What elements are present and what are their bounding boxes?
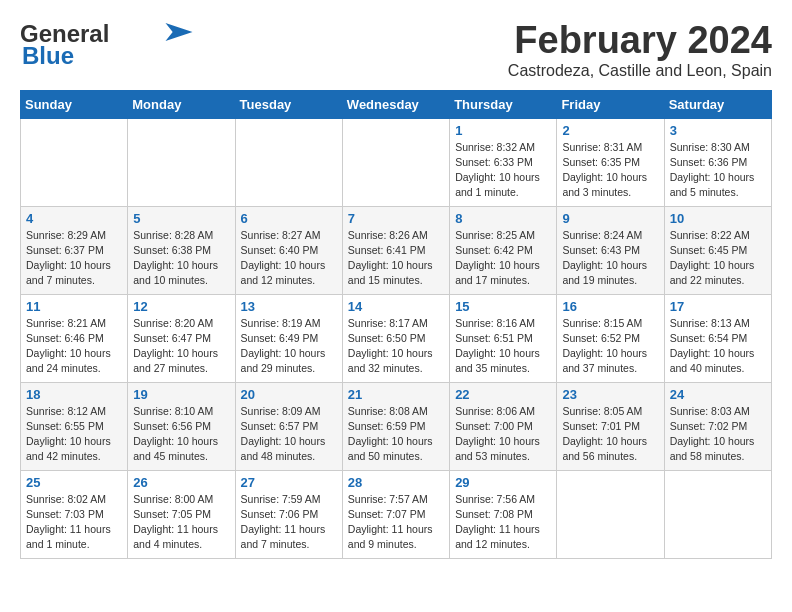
day-number: 23 <box>562 387 658 402</box>
day-info: Sunrise: 8:05 AM Sunset: 7:01 PM Dayligh… <box>562 404 658 465</box>
day-number: 1 <box>455 123 551 138</box>
day-info: Sunrise: 8:00 AM Sunset: 7:05 PM Dayligh… <box>133 492 229 553</box>
calendar-cell <box>664 470 771 558</box>
calendar-header-row: Sunday Monday Tuesday Wednesday Thursday… <box>21 90 772 118</box>
day-number: 28 <box>348 475 444 490</box>
day-info: Sunrise: 8:03 AM Sunset: 7:02 PM Dayligh… <box>670 404 766 465</box>
col-monday: Monday <box>128 90 235 118</box>
day-number: 20 <box>241 387 337 402</box>
calendar-cell: 13Sunrise: 8:19 AM Sunset: 6:49 PM Dayli… <box>235 294 342 382</box>
day-info: Sunrise: 8:15 AM Sunset: 6:52 PM Dayligh… <box>562 316 658 377</box>
calendar-cell <box>235 118 342 206</box>
day-info: Sunrise: 7:59 AM Sunset: 7:06 PM Dayligh… <box>241 492 337 553</box>
day-info: Sunrise: 8:32 AM Sunset: 6:33 PM Dayligh… <box>455 140 551 201</box>
day-info: Sunrise: 7:56 AM Sunset: 7:08 PM Dayligh… <box>455 492 551 553</box>
svg-marker-0 <box>166 23 193 41</box>
calendar-cell: 8Sunrise: 8:25 AM Sunset: 6:42 PM Daylig… <box>450 206 557 294</box>
day-info: Sunrise: 8:30 AM Sunset: 6:36 PM Dayligh… <box>670 140 766 201</box>
calendar-cell: 27Sunrise: 7:59 AM Sunset: 7:06 PM Dayli… <box>235 470 342 558</box>
day-info: Sunrise: 8:29 AM Sunset: 6:37 PM Dayligh… <box>26 228 122 289</box>
calendar-cell: 12Sunrise: 8:20 AM Sunset: 6:47 PM Dayli… <box>128 294 235 382</box>
calendar-cell: 7Sunrise: 8:26 AM Sunset: 6:41 PM Daylig… <box>342 206 449 294</box>
calendar-cell: 21Sunrise: 8:08 AM Sunset: 6:59 PM Dayli… <box>342 382 449 470</box>
day-number: 5 <box>133 211 229 226</box>
calendar-cell: 25Sunrise: 8:02 AM Sunset: 7:03 PM Dayli… <box>21 470 128 558</box>
calendar-cell: 10Sunrise: 8:22 AM Sunset: 6:45 PM Dayli… <box>664 206 771 294</box>
day-number: 27 <box>241 475 337 490</box>
calendar-table: Sunday Monday Tuesday Wednesday Thursday… <box>20 90 772 559</box>
day-info: Sunrise: 8:12 AM Sunset: 6:55 PM Dayligh… <box>26 404 122 465</box>
day-number: 10 <box>670 211 766 226</box>
day-number: 3 <box>670 123 766 138</box>
calendar-cell: 11Sunrise: 8:21 AM Sunset: 6:46 PM Dayli… <box>21 294 128 382</box>
day-number: 7 <box>348 211 444 226</box>
day-number: 2 <box>562 123 658 138</box>
day-number: 22 <box>455 387 551 402</box>
day-info: Sunrise: 8:10 AM Sunset: 6:56 PM Dayligh… <box>133 404 229 465</box>
day-number: 16 <box>562 299 658 314</box>
day-number: 15 <box>455 299 551 314</box>
day-info: Sunrise: 8:19 AM Sunset: 6:49 PM Dayligh… <box>241 316 337 377</box>
day-number: 24 <box>670 387 766 402</box>
col-tuesday: Tuesday <box>235 90 342 118</box>
calendar-cell <box>128 118 235 206</box>
day-number: 6 <box>241 211 337 226</box>
calendar-cell: 19Sunrise: 8:10 AM Sunset: 6:56 PM Dayli… <box>128 382 235 470</box>
week-row-5: 25Sunrise: 8:02 AM Sunset: 7:03 PM Dayli… <box>21 470 772 558</box>
day-info: Sunrise: 8:13 AM Sunset: 6:54 PM Dayligh… <box>670 316 766 377</box>
day-info: Sunrise: 8:25 AM Sunset: 6:42 PM Dayligh… <box>455 228 551 289</box>
calendar-cell: 26Sunrise: 8:00 AM Sunset: 7:05 PM Dayli… <box>128 470 235 558</box>
calendar-cell: 18Sunrise: 8:12 AM Sunset: 6:55 PM Dayli… <box>21 382 128 470</box>
logo-blue: Blue <box>20 42 74 70</box>
day-info: Sunrise: 8:24 AM Sunset: 6:43 PM Dayligh… <box>562 228 658 289</box>
col-saturday: Saturday <box>664 90 771 118</box>
calendar-cell: 20Sunrise: 8:09 AM Sunset: 6:57 PM Dayli… <box>235 382 342 470</box>
day-info: Sunrise: 8:06 AM Sunset: 7:00 PM Dayligh… <box>455 404 551 465</box>
calendar-cell: 5Sunrise: 8:28 AM Sunset: 6:38 PM Daylig… <box>128 206 235 294</box>
week-row-4: 18Sunrise: 8:12 AM Sunset: 6:55 PM Dayli… <box>21 382 772 470</box>
calendar-cell: 29Sunrise: 7:56 AM Sunset: 7:08 PM Dayli… <box>450 470 557 558</box>
calendar-cell: 22Sunrise: 8:06 AM Sunset: 7:00 PM Dayli… <box>450 382 557 470</box>
day-number: 4 <box>26 211 122 226</box>
day-number: 26 <box>133 475 229 490</box>
week-row-2: 4Sunrise: 8:29 AM Sunset: 6:37 PM Daylig… <box>21 206 772 294</box>
calendar-cell: 14Sunrise: 8:17 AM Sunset: 6:50 PM Dayli… <box>342 294 449 382</box>
day-info: Sunrise: 8:02 AM Sunset: 7:03 PM Dayligh… <box>26 492 122 553</box>
location-subtitle: Castrodeza, Castille and Leon, Spain <box>508 62 772 80</box>
calendar-cell: 6Sunrise: 8:27 AM Sunset: 6:40 PM Daylig… <box>235 206 342 294</box>
day-number: 8 <box>455 211 551 226</box>
day-info: Sunrise: 8:31 AM Sunset: 6:35 PM Dayligh… <box>562 140 658 201</box>
day-number: 25 <box>26 475 122 490</box>
calendar-cell: 23Sunrise: 8:05 AM Sunset: 7:01 PM Dayli… <box>557 382 664 470</box>
day-info: Sunrise: 8:26 AM Sunset: 6:41 PM Dayligh… <box>348 228 444 289</box>
day-number: 12 <box>133 299 229 314</box>
calendar-cell: 1Sunrise: 8:32 AM Sunset: 6:33 PM Daylig… <box>450 118 557 206</box>
col-friday: Friday <box>557 90 664 118</box>
day-number: 29 <box>455 475 551 490</box>
calendar-cell <box>21 118 128 206</box>
calendar-cell: 2Sunrise: 8:31 AM Sunset: 6:35 PM Daylig… <box>557 118 664 206</box>
day-number: 13 <box>241 299 337 314</box>
col-sunday: Sunday <box>21 90 128 118</box>
day-number: 14 <box>348 299 444 314</box>
day-number: 11 <box>26 299 122 314</box>
calendar-cell: 16Sunrise: 8:15 AM Sunset: 6:52 PM Dayli… <box>557 294 664 382</box>
day-info: Sunrise: 8:22 AM Sunset: 6:45 PM Dayligh… <box>670 228 766 289</box>
calendar-cell: 3Sunrise: 8:30 AM Sunset: 6:36 PM Daylig… <box>664 118 771 206</box>
calendar-cell: 9Sunrise: 8:24 AM Sunset: 6:43 PM Daylig… <box>557 206 664 294</box>
calendar-cell: 24Sunrise: 8:03 AM Sunset: 7:02 PM Dayli… <box>664 382 771 470</box>
day-number: 9 <box>562 211 658 226</box>
day-number: 19 <box>133 387 229 402</box>
day-info: Sunrise: 8:28 AM Sunset: 6:38 PM Dayligh… <box>133 228 229 289</box>
day-number: 17 <box>670 299 766 314</box>
logo-arrow-icon <box>165 23 193 41</box>
day-info: Sunrise: 7:57 AM Sunset: 7:07 PM Dayligh… <box>348 492 444 553</box>
day-info: Sunrise: 8:21 AM Sunset: 6:46 PM Dayligh… <box>26 316 122 377</box>
day-number: 21 <box>348 387 444 402</box>
title-area: February 2024 Castrodeza, Castille and L… <box>508 20 772 80</box>
day-info: Sunrise: 8:27 AM Sunset: 6:40 PM Dayligh… <box>241 228 337 289</box>
calendar-cell <box>342 118 449 206</box>
col-thursday: Thursday <box>450 90 557 118</box>
day-info: Sunrise: 8:09 AM Sunset: 6:57 PM Dayligh… <box>241 404 337 465</box>
month-year-title: February 2024 <box>508 20 772 62</box>
